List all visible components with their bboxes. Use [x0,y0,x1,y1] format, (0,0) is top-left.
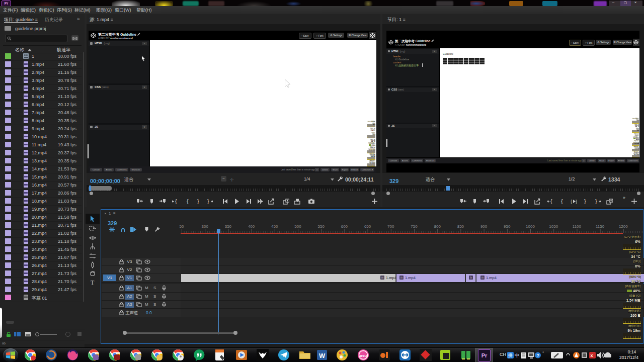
svg-text:拼: 拼 [508,353,513,358]
svg-text:?: ? [537,353,540,358]
svg-text:}: } [207,198,209,204]
svg-text:osu!: osu! [360,353,368,358]
svg-text:W: W [319,352,326,359]
svg-text:{: { [175,198,177,204]
svg-text:{: { [187,198,189,204]
svg-text:}: } [197,198,199,204]
svg-text:}: } [576,199,577,204]
svg-text:T: T [91,279,95,286]
svg-text:x: x [591,353,593,358]
svg-text:{: { [571,199,572,204]
svg-text:{: { [550,198,552,204]
svg-text:}: } [584,198,586,204]
svg-text:{: { [561,198,563,204]
svg-text:}: } [595,198,597,204]
